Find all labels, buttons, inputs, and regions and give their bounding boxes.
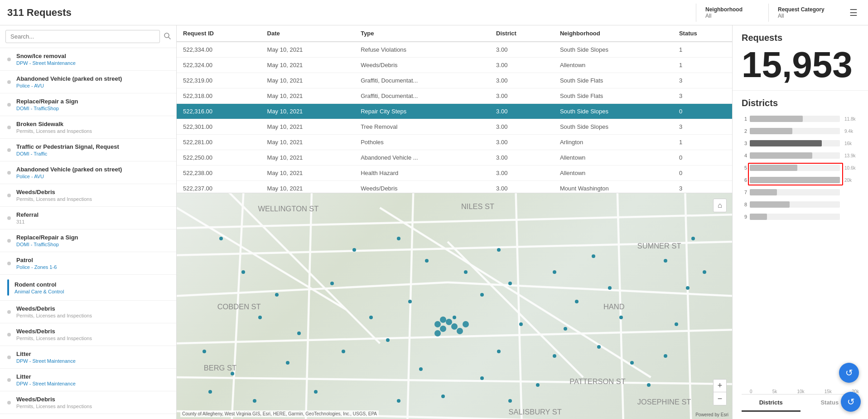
requests-section-title: Requests <box>742 33 859 43</box>
list-item-dot <box>7 126 11 129</box>
bar-value-label: 16k <box>844 141 859 146</box>
table-row[interactable]: 522,238.00May 10, 2021Health Hazard3.00A… <box>177 166 732 181</box>
bar-label: 5 <box>742 165 747 171</box>
chart-x-axis: 05k10k15k20k <box>742 387 859 394</box>
list-item-content: Referral311 <box>16 211 169 224</box>
table-cell: 3 <box>673 88 732 104</box>
list-item[interactable]: Replace/Repair a SignDOMI - TrafficShop <box>0 93 176 116</box>
chart-refresh-button[interactable]: ↺ <box>839 363 859 383</box>
bar-row: 7 <box>742 187 859 197</box>
table-cell: Tree Removal <box>354 119 490 135</box>
bar-label: 2 <box>742 128 747 134</box>
bottom-tab[interactable]: Districts <box>742 395 800 412</box>
list-item[interactable]: Weeds/DebrisPermits, Licenses and Inspec… <box>0 301 176 323</box>
list-item[interactable]: Replace/Repair a SignDOMI - TrafficShop <box>0 229 176 252</box>
table-header-cell: Type <box>354 25 490 42</box>
table-row[interactable]: 522,301.00May 10, 2021Tree Removal3.00So… <box>177 119 732 135</box>
map-home-button[interactable]: ⌂ <box>713 199 727 212</box>
bar-row: 9 <box>742 212 859 222</box>
bar-track <box>750 140 840 146</box>
table-cell: 522,237.00 <box>177 181 261 194</box>
table-row[interactable]: 522,318.00May 10, 2021Graffiti, Document… <box>177 88 732 104</box>
list-container: Snow/Ice removalDPW - Street Maintenance… <box>0 48 176 419</box>
left-panel: Snow/Ice removalDPW - Street Maintenance… <box>0 25 177 419</box>
map-attribution-right: Powered by Esri <box>695 412 728 417</box>
list-item-content: LitterDPW - Street Maintenance <box>16 351 169 364</box>
list-item[interactable]: Weeds/DebrisPermits, Licenses and Inspec… <box>0 184 176 207</box>
app-title: 311 Requests <box>7 7 696 19</box>
refresh-button[interactable]: ↺ <box>841 392 861 412</box>
list-item-content: Replace/Repair a SignDOMI - TrafficShop <box>16 98 169 111</box>
list-item[interactable]: Referral311 <box>0 207 176 229</box>
list-item-content: Broken SidewalkPermits, Licenses and Ins… <box>16 121 169 134</box>
table-cell: Graffiti, Documentat... <box>354 73 490 88</box>
center-panel: Request IDDateTypeDistrictNeighborhoodSt… <box>177 25 732 419</box>
list-item[interactable]: Snow/Ice removalDPW - Street Maintenance <box>0 48 176 71</box>
svg-text:NILES ST: NILES ST <box>461 202 494 210</box>
search-button[interactable] <box>164 32 171 41</box>
request-category-filter[interactable]: Request Category All <box>768 4 841 22</box>
list-item-subtitle: Police - AVU <box>16 174 169 179</box>
list-item-title: Weeds/Debris <box>16 305 169 312</box>
list-item[interactable]: Traffic or Pedestrian Signal, RequestDOM… <box>0 139 176 161</box>
table-row[interactable]: 522,324.00May 10, 2021Weeds/Debris3.00Al… <box>177 58 732 73</box>
list-item[interactable]: Rodent controlAnimal Care & Control <box>0 275 176 301</box>
main-layout: Snow/Ice removalDPW - Street Maintenance… <box>0 25 868 419</box>
request-category-label: Request Category <box>778 6 832 13</box>
list-item-dot <box>7 194 11 197</box>
list-item[interactable]: Abandoned Vehicle (parked on street)Poli… <box>0 71 176 93</box>
table-cell: 522,301.00 <box>177 119 261 135</box>
list-item-subtitle: Permits, Licenses and Inspections <box>16 313 169 318</box>
list-item[interactable]: Weeds/DebrisPermits, Licenses and Inspec… <box>0 391 176 414</box>
list-item[interactable]: Referral311 <box>0 414 176 419</box>
list-item-title: Broken Sidewalk <box>16 121 169 127</box>
list-item-dot <box>7 103 11 107</box>
bar-track <box>750 177 840 183</box>
table-cell: Graffiti, Documentat... <box>354 88 490 104</box>
table-cell: 522,316.00 <box>177 104 261 119</box>
table-cell: Arlington <box>554 135 673 150</box>
requests-big-number: 15,953 <box>742 47 859 83</box>
list-item-dot <box>7 58 11 61</box>
table-cell: Allentown <box>554 166 673 181</box>
table-cell: Potholes <box>354 135 490 150</box>
svg-text:COBDEN ST: COBDEN ST <box>217 302 261 311</box>
list-item[interactable]: LitterDPW - Street Maintenance <box>0 346 176 369</box>
list-item[interactable]: Weeds/DebrisPermits, Licenses and Inspec… <box>0 323 176 346</box>
table-row[interactable]: 522,281.00May 10, 2021Potholes3.00Arling… <box>177 135 732 150</box>
map-zoom-in-button[interactable]: + <box>714 380 726 392</box>
table-cell: Mount Washington <box>554 181 673 194</box>
svg-line-6 <box>177 330 732 343</box>
table-cell: Abandoned Vehicle ... <box>354 150 490 166</box>
list-item[interactable]: Abandoned Vehicle (parked on street)Poli… <box>0 161 176 184</box>
table-cell: 0 <box>673 166 732 181</box>
table-cell: 1 <box>673 42 732 58</box>
bar-row: 510.6k <box>742 163 859 173</box>
menu-button[interactable]: ☰ <box>846 5 861 20</box>
map-roads-svg: WELLINGTON ST NILES ST SUMNER ST COBDEN … <box>177 193 732 419</box>
map-zoom-out-button[interactable]: − <box>714 392 726 405</box>
list-item-content: LitterDPW - Street Maintenance <box>16 373 169 386</box>
neighborhood-filter[interactable]: Neighborhood All <box>696 4 768 22</box>
list-item-subtitle: DOMI - Traffic <box>16 151 169 156</box>
search-input[interactable] <box>5 30 160 43</box>
table-cell: May 10, 2021 <box>261 150 355 166</box>
table-cell: 522,281.00 <box>177 135 261 150</box>
table-cell: Repair City Steps <box>354 104 490 119</box>
table-row[interactable]: 522,250.00May 10, 2021Abandoned Vehicle … <box>177 150 732 166</box>
svg-line-2 <box>177 214 732 228</box>
list-item[interactable]: LitterDPW - Street Maintenance <box>0 369 176 391</box>
table-row[interactable]: 522,316.00May 10, 2021Repair City Steps3… <box>177 104 732 119</box>
table-container[interactable]: Request IDDateTypeDistrictNeighborhoodSt… <box>177 25 732 193</box>
table-cell: South Side Flats <box>554 88 673 104</box>
table-cell: May 10, 2021 <box>261 88 355 104</box>
svg-line-12 <box>516 193 522 419</box>
list-item[interactable]: PatrolPolice - Zones 1-6 <box>0 252 176 275</box>
table-row[interactable]: 522,319.00May 10, 2021Graffiti, Document… <box>177 73 732 88</box>
table-cell: 3 <box>673 119 732 135</box>
bar-track <box>750 214 840 220</box>
list-item[interactable]: Broken SidewalkPermits, Licenses and Ins… <box>0 116 176 139</box>
list-item-title: Replace/Repair a Sign <box>16 98 169 105</box>
table-row[interactable]: 522,237.00May 10, 2021Weeds/Debris3.00Mo… <box>177 181 732 194</box>
table-row[interactable]: 522,334.00May 10, 2021Refuse Violations3… <box>177 42 732 58</box>
